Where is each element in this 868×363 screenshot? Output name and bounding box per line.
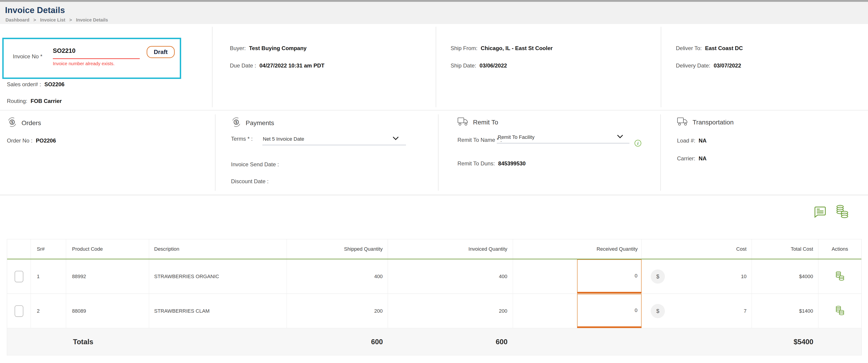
remit-to-section-title: Remit To	[458, 117, 498, 128]
carrier-value: NA	[699, 155, 707, 161]
divider	[497, 143, 629, 144]
invoice-number-highlight-box: Invoice No * SO2210 Invoice number alrea…	[2, 38, 181, 79]
invoice-no-error-text: Invoice number already exists.	[53, 61, 115, 66]
deliver-to-label: Deliver To:	[676, 45, 702, 51]
remit-to-duns-value: 845399530	[498, 160, 526, 167]
details-section: $ Orders Order No : PO2206 $ Payments Te…	[0, 111, 868, 195]
breadcrumb: Dashboard > Invoice List > Invoice Detai…	[5, 18, 108, 23]
carrier-label: Carrier:	[677, 155, 695, 161]
breadcrumb-invoice-list[interactable]: Invoice List	[40, 18, 65, 23]
table-row: 1 88992 STRAWBERRIES ORGANIC 400 400 0 $…	[7, 260, 861, 294]
breadcrumb-current: Invoice Details	[76, 18, 108, 23]
buyer-label: Buyer:	[230, 45, 246, 51]
sr-cell: 1	[31, 260, 66, 294]
orders-section-title: $ Orders	[7, 117, 41, 129]
invoice-send-date-label: Invoice Send Date :	[231, 161, 279, 168]
routing-row: Routing: FOB Carrier	[7, 98, 62, 104]
select-all-header-cell	[7, 239, 31, 259]
total-cost-cell: $4000	[752, 260, 818, 294]
divider	[438, 114, 438, 191]
divider	[660, 114, 661, 191]
divider	[436, 27, 436, 107]
chevron-down-icon	[617, 135, 623, 139]
delivery-date-label: Delivery Date:	[676, 62, 710, 69]
coins-icon[interactable]	[835, 204, 849, 219]
received-quantity-cell: 0	[513, 294, 642, 328]
page-title: Invoice Details	[5, 5, 65, 15]
breadcrumb-separator: >	[33, 18, 36, 23]
remit-to-name-dropdown[interactable]: Remit To Facility	[497, 132, 629, 144]
divider	[212, 27, 213, 107]
breadcrumb-dashboard[interactable]: Dashboard	[5, 18, 29, 23]
invoice-summary-section: Invoice No * SO2210 Invoice number alrea…	[0, 24, 868, 110]
received-quantity-input[interactable]: 0	[577, 294, 642, 328]
ship-date-label: Ship Date:	[451, 62, 476, 69]
cost-cell: $ 7	[642, 294, 752, 328]
received-quantity-input[interactable]: 0	[577, 260, 642, 294]
col-header-total-cost: Total Cost	[752, 239, 818, 259]
divider	[262, 145, 406, 145]
col-header-sr: Sr#	[31, 239, 66, 259]
line-items-table: Sr# Product Code Description Shipped Qua…	[7, 239, 862, 356]
buyer-row: Buyer: Test Buying Company	[230, 45, 307, 52]
description-cell: STRAWBERRIES ORGANIC	[149, 260, 287, 294]
ship-from-value: Chicago, IL - East St Cooler	[481, 45, 553, 51]
totals-shipped-quantity: 600	[287, 329, 388, 355]
truck-icon	[677, 117, 688, 128]
invoiced-quantity-cell: 200	[388, 294, 513, 328]
svg-text:$: $	[11, 120, 13, 124]
load-row: Load #: NA	[677, 138, 707, 144]
deliver-to-row: Deliver To: East Coast DC	[676, 45, 743, 52]
transportation-title-text: Transportation	[692, 119, 734, 126]
chat-icon[interactable]	[813, 206, 826, 219]
truck-icon	[458, 117, 469, 128]
svg-text:$: $	[235, 120, 238, 124]
col-header-invoiced-quantity: Invoiced Quantity	[388, 239, 513, 259]
terms-dropdown[interactable]: Net 5 Invoice Date	[262, 134, 406, 145]
chevron-down-icon	[393, 137, 399, 141]
total-cost-cell: $1400	[752, 294, 818, 328]
coins-icon[interactable]	[835, 271, 845, 282]
row-checkbox[interactable]	[14, 271, 23, 282]
product-code-cell: 88089	[66, 294, 149, 328]
invoice-no-error-underline	[53, 58, 140, 59]
due-date-label: Due Date :	[230, 62, 256, 69]
divider	[661, 27, 661, 107]
col-header-cost: Cost	[642, 239, 752, 259]
totals-total-cost: $5400	[752, 329, 818, 355]
invoice-details-page: Invoice Details Dashboard > Invoice List…	[0, 0, 868, 363]
totals-invoiced-quantity: 600	[388, 329, 513, 355]
order-no-row: Order No : PO2206	[7, 138, 56, 144]
checkbox-cell	[7, 294, 31, 328]
checkbox-cell	[7, 260, 31, 294]
shipped-quantity-cell: 400	[287, 260, 388, 294]
coins-icon[interactable]	[835, 305, 845, 317]
terms-label: Terms * :	[231, 135, 253, 142]
totals-label: Totals	[66, 329, 149, 355]
divider	[215, 114, 215, 191]
routing-value: FOB Carrier	[31, 98, 62, 104]
actions-cell	[818, 260, 861, 294]
dollar-sign-badge: $	[651, 269, 665, 284]
sr-cell: 2	[31, 294, 66, 328]
order-no-value: PO2206	[36, 138, 56, 144]
status-badge: Draft	[147, 46, 175, 58]
breadcrumb-separator: >	[69, 18, 72, 23]
deliver-to-value: East Coast DC	[705, 45, 743, 51]
col-header-actions: Actions	[818, 239, 861, 259]
col-header-product-code: Product Code	[66, 239, 149, 259]
row-checkbox[interactable]	[14, 305, 23, 317]
carrier-row: Carrier: NA	[677, 155, 707, 162]
load-label: Load #:	[677, 138, 695, 144]
divider	[0, 195, 868, 195]
invoice-no-input[interactable]: SO2210	[53, 47, 75, 55]
svg-text:i: i	[637, 141, 639, 146]
load-value: NA	[699, 138, 707, 144]
col-header-received-quantity: Received Quantity	[513, 239, 642, 259]
sync-dollar-icon: $	[231, 117, 242, 129]
invoice-no-label: Invoice No *	[13, 53, 42, 60]
due-date-row: Due Date : 04/27/2022 10:31 am PDT	[230, 62, 324, 69]
sales-order-label: Sales order# :	[7, 81, 41, 87]
cost-value: 10	[741, 274, 747, 279]
info-icon[interactable]: i	[634, 139, 642, 148]
